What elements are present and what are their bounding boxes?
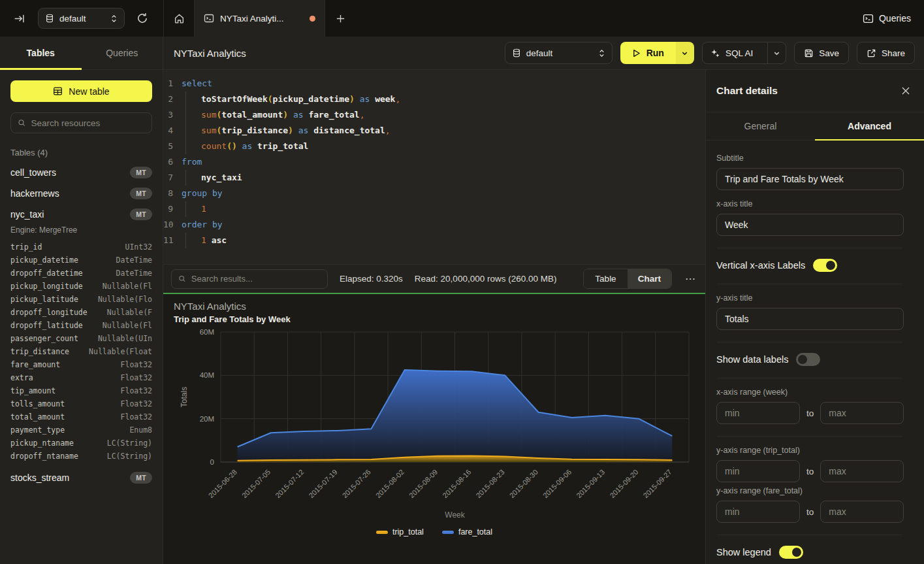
database-select-toolbar[interactable]: default (505, 42, 613, 64)
yaxis-title-input[interactable] (716, 308, 904, 330)
share-button[interactable]: Share (857, 42, 915, 64)
yaxis-title-label: y-axis title (716, 293, 903, 303)
line-number: 3 (163, 107, 182, 123)
legend-swatch (442, 531, 454, 534)
column-row: dropoff_longitude Nullable(F (10, 306, 152, 319)
refresh-icon[interactable] (134, 10, 151, 27)
column-type: Nullable(Fl (103, 280, 152, 293)
chevron-updown-icon (110, 14, 118, 23)
column-row: fare_amount Float32 (10, 358, 152, 371)
sidebar-tab-tables[interactable]: Tables (0, 37, 82, 69)
legend-item-fare_total[interactable]: fare_total (442, 527, 492, 537)
line-number: 6 (163, 154, 182, 170)
chevron-updown-icon (598, 49, 605, 58)
sql-ai-button-group: SQL AI (702, 42, 786, 64)
divider (716, 436, 903, 437)
yaxis-range-trip-min-input[interactable] (716, 460, 800, 482)
column-list: trip_id UInt32 pickup_datetime DateTime … (10, 241, 152, 463)
svg-text:Totals: Totals (180, 387, 189, 407)
yaxis-range-fare-min-input[interactable] (716, 501, 800, 523)
table-name: cell_towers (10, 167, 130, 178)
column-type: LC(String) (107, 437, 152, 450)
svg-text:2015-08-16: 2015-08-16 (441, 468, 472, 499)
save-button[interactable]: Save (794, 42, 849, 64)
table-item[interactable]: hackernews MT (10, 188, 152, 199)
table-item[interactable]: cell_towers MT (10, 167, 152, 178)
xaxis-title-label: x-axis title (716, 199, 903, 208)
column-name: dropoff_longitude (10, 306, 88, 319)
panel-header: Chart details (706, 70, 924, 112)
yaxis-range-fare-total-label: y-axis range (fare_total) (716, 486, 903, 495)
new-tab-button[interactable] (325, 0, 355, 37)
queries-label: Queries (879, 13, 911, 24)
vertical-xaxis-labels-label: Vertical x-axis Labels (716, 260, 805, 271)
panel-tab-general[interactable]: General (706, 112, 815, 140)
subtitle-input[interactable] (716, 168, 904, 190)
column-name: dropoff_latitude (10, 319, 83, 332)
column-name: payment_type (10, 423, 65, 437)
database-select-top[interactable]: default (38, 8, 125, 29)
indent-guide (182, 201, 201, 217)
column-type: DateTime (116, 267, 152, 280)
yaxis-range-fare-max-input[interactable] (820, 501, 904, 523)
view-chart-button[interactable]: Chart (628, 269, 671, 288)
sql-editor[interactable]: 1select2toStartOfWeek(pickup_datetime) a… (163, 70, 705, 264)
table-item[interactable]: nyc_taxi MT (10, 208, 152, 220)
panel-tab-advanced[interactable]: Advanced (815, 112, 924, 140)
column-name: extra (10, 371, 33, 384)
to-label: to (806, 467, 814, 476)
plus-icon (336, 14, 345, 24)
database-selected-value: default (59, 14, 105, 24)
column-row: pickup_longitude Nullable(Fl (10, 280, 152, 293)
sql-ai-button[interactable]: SQL AI (703, 42, 762, 63)
xaxis-range-max-input[interactable] (820, 402, 904, 424)
run-options-button[interactable] (676, 42, 694, 64)
table-icon (53, 86, 63, 96)
home-tab[interactable] (163, 0, 195, 37)
toggle-knob (792, 548, 801, 557)
column-row: dropoff_latitude Nullable(Fl (10, 319, 152, 332)
view-toggle: Table Chart (583, 269, 672, 289)
table-item[interactable]: stocks_stream MT (10, 472, 152, 484)
more-options-icon[interactable]: ⋯ (684, 273, 697, 285)
yaxis-range-trip-max-input[interactable] (820, 460, 904, 482)
table-name: hackernews (10, 188, 130, 199)
queries-top-button[interactable]: Queries (863, 9, 911, 27)
column-type: Float32 (121, 384, 152, 397)
legend-item-trip_total[interactable]: trip_total (376, 527, 424, 537)
svg-text:2015-07-26: 2015-07-26 (341, 468, 372, 499)
results-search-input[interactable] (191, 274, 321, 284)
column-row: pickup_latitude Nullable(Flo (10, 293, 152, 306)
column-name: pickup_longitude (10, 280, 83, 293)
close-icon[interactable] (898, 83, 914, 99)
subtitle-field-label: Subtitle (716, 154, 903, 163)
tab-nytaxi-analytics[interactable]: NYTaxi Analyti... (195, 0, 325, 37)
run-button[interactable]: Run (620, 42, 676, 64)
database-icon (45, 14, 54, 23)
resource-search (10, 112, 152, 133)
indent-guide (182, 233, 201, 248)
panel-body: Subtitle x-axis title Vertical x-axis La… (706, 141, 924, 559)
column-name: trip_id (10, 241, 42, 254)
panel-title: Chart details (716, 85, 898, 97)
column-type: Nullable(Float (89, 345, 152, 358)
svg-text:2015-07-19: 2015-07-19 (307, 468, 338, 499)
show-data-labels-toggle[interactable] (796, 353, 820, 366)
column-row: passenger_count Nullable(UIn (10, 332, 152, 345)
sidebar-tab-queries[interactable]: Queries (82, 37, 163, 69)
show-legend-toggle[interactable] (779, 546, 803, 559)
svg-text:2015-09-13: 2015-09-13 (575, 468, 606, 499)
sql-ai-options-button[interactable] (767, 42, 786, 63)
svg-text:2015-08-09: 2015-08-09 (407, 468, 439, 499)
new-table-button[interactable]: New table (10, 80, 152, 102)
xaxis-range-min-input[interactable] (716, 402, 800, 424)
collapse-sidebar-icon[interactable] (12, 11, 26, 25)
view-table-button[interactable]: Table (584, 269, 628, 288)
queries-icon (863, 13, 874, 24)
vertical-xaxis-labels-toggle[interactable] (813, 259, 837, 272)
new-table-label: New table (69, 86, 109, 97)
resource-search-input[interactable] (31, 118, 145, 128)
column-name: dropoff_ntaname (10, 450, 78, 463)
search-icon (178, 274, 186, 283)
xaxis-title-input[interactable] (716, 214, 904, 236)
